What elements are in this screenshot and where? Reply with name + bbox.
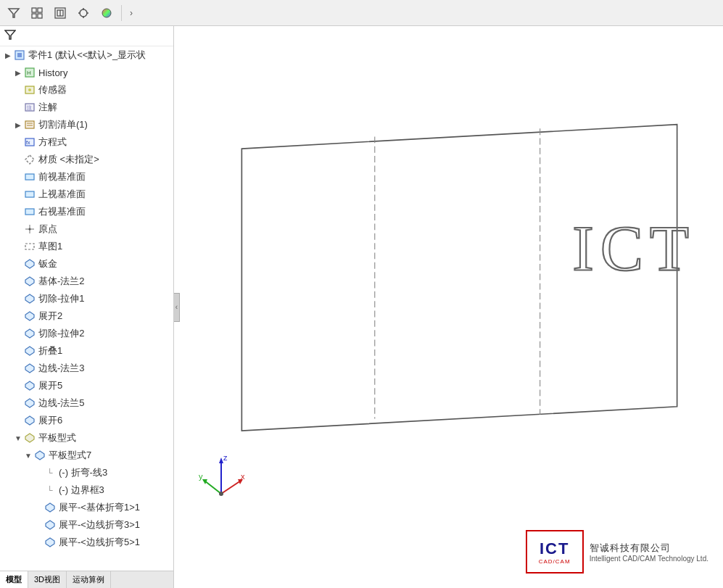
baseflange-label: 基体-法兰2 <box>38 275 85 288</box>
svg-point-63 <box>219 492 223 496</box>
svg-marker-0 <box>9 9 19 17</box>
svg-rect-34 <box>25 244 34 249</box>
tree-item-unfold6[interactable]: ▶ 展开6 <box>0 412 173 429</box>
svg-marker-44 <box>25 416 34 425</box>
svg-rect-4 <box>38 14 42 18</box>
tree-item-flat5[interactable]: ▶ 展平-<边线折弯5>1 <box>0 534 173 551</box>
flatpattern-expand-icon: ▼ <box>13 433 23 443</box>
tree-item-equations[interactable]: ▶ fx 方程式 <box>0 133 173 151</box>
front-plane-label: 前视基准面 <box>38 170 86 183</box>
tree-item-sketch1[interactable]: ▶ 草图1 <box>0 238 173 255</box>
flatpattern-node-icon <box>23 431 36 444</box>
grid-toolbar-btn[interactable] <box>26 3 48 23</box>
tab-model[interactable]: 模型 <box>0 571 28 588</box>
tree-item-fold1[interactable]: ▶ 折叠1 <box>0 342 173 360</box>
edgeflange5-label: 边线-法兰5 <box>38 397 85 410</box>
cutextrude2-node-icon <box>23 327 36 340</box>
filter-icon[interactable] <box>4 29 16 43</box>
tree-item-edgeflange3[interactable]: ▶ 边线-法兰3 <box>0 360 173 377</box>
sensors-node-icon <box>23 83 36 96</box>
annotations-node-icon: 注 <box>23 101 36 114</box>
flat3-label: 展平-<边线折弯3>1 <box>59 518 140 531</box>
svg-line-60 <box>204 481 221 494</box>
tree-item-right-plane[interactable]: ▶ 右视基准面 <box>0 203 173 220</box>
sheetmetal-node-icon <box>23 257 36 270</box>
root-item-label: 零件1 (默认<<默认>_显示状 <box>28 49 146 62</box>
tree-item-baseflange[interactable]: ▶ 基体-法兰2 <box>0 273 173 290</box>
tree-item-bendline3[interactable]: ▶ └ (-) 折弯-线3 <box>0 464 173 481</box>
tree-item-edgeflange5[interactable]: ▶ 边线-法兰5 <box>0 394 173 412</box>
tree-item-cutlist[interactable]: ▶ 切割清单(1) <box>0 116 173 133</box>
tree-root-item[interactable]: ▶ 零件1 (默认<<默认>_显示状 <box>0 46 173 64</box>
ict-logo-text: ICT <box>540 539 569 558</box>
tree-item-flat3[interactable]: ▶ 展平-<边线折弯3>1 <box>0 516 173 534</box>
tree-item-annotations[interactable]: ▶ 注 注解 <box>0 99 173 116</box>
collapse-handle[interactable]: ‹ <box>174 293 180 322</box>
tree-item-unfold5[interactable]: ▶ 展开5 <box>0 377 173 394</box>
svg-marker-14 <box>5 30 15 39</box>
drawing-area: ICT <box>218 48 701 515</box>
svg-marker-49 <box>46 538 54 547</box>
flatpattern-label: 平板型式 <box>38 431 76 444</box>
unfold6-node-icon <box>23 414 36 427</box>
equations-label: 方程式 <box>38 136 67 149</box>
sidebar-tabs: 模型 3D视图 运动算例 <box>0 571 173 588</box>
baseflange-node-icon <box>23 275 36 288</box>
svg-point-8 <box>80 9 87 17</box>
tree-item-top-plane[interactable]: ▶ 上视基准面 <box>0 186 173 203</box>
svg-marker-41 <box>25 364 34 373</box>
origin-label: 原点 <box>38 223 57 236</box>
tree-item-flatpattern7[interactable]: ▼ 平板型式7 <box>0 447 173 464</box>
root-expand-icon: ▶ <box>3 50 13 60</box>
cutlist-expand-icon: ▶ <box>13 120 23 130</box>
tree-item-origin[interactable]: ▶ 原点 <box>0 220 173 238</box>
color-toolbar-btn[interactable] <box>96 3 117 23</box>
history-label: History <box>38 67 67 78</box>
viewport[interactable]: ‹ ICT z <box>174 26 723 588</box>
main-area: ▶ 零件1 (默认<<默认>_显示状 ▶ H <box>0 26 723 588</box>
tree-item-cutextrude1[interactable]: ▶ 切除-拉伸1 <box>0 290 173 307</box>
cutlist-label: 切割清单(1) <box>38 118 88 131</box>
svg-marker-37 <box>25 294 34 303</box>
tree-item-flat1[interactable]: ▶ 展平-<基体折弯1>1 <box>0 499 173 516</box>
svg-text:y: y <box>199 472 203 481</box>
collapse-toolbar-btn[interactable] <box>49 3 71 23</box>
svg-marker-48 <box>46 521 54 529</box>
svg-rect-1 <box>32 8 36 12</box>
tree-item-sensors[interactable]: ▶ 传感器 <box>0 81 173 99</box>
svg-rect-30 <box>25 209 34 215</box>
tree-item-unfold2[interactable]: ▶ 展开2 <box>0 307 173 325</box>
svg-marker-42 <box>25 381 34 390</box>
right-plane-node-icon <box>23 205 36 218</box>
tree-item-sheetmetal[interactable]: ▶ 钣金 <box>0 255 173 273</box>
flat5-label: 展平-<边线折弯5>1 <box>59 536 140 549</box>
toolbar-more[interactable]: › <box>125 3 137 23</box>
tab-motion[interactable]: 运动算例 <box>67 571 111 588</box>
svg-marker-36 <box>25 277 34 286</box>
ict-logo-sub: CAD/CAM <box>539 558 571 565</box>
svg-point-13 <box>102 9 111 17</box>
toolbar: › <box>0 0 723 26</box>
tree-item-history[interactable]: ▶ H History <box>0 64 173 81</box>
tree-item-flatpattern[interactable]: ▼ 平板型式 <box>0 429 173 447</box>
flat5-node-icon <box>44 536 57 549</box>
border3-node-icon: └ <box>44 484 57 497</box>
tree-item-border3[interactable]: ▶ └ (-) 边界框3 <box>0 481 173 499</box>
root-node-icon <box>13 49 26 62</box>
svg-marker-35 <box>25 260 34 268</box>
filter-toolbar-btn[interactable] <box>3 3 25 23</box>
watermark-company-cn: 智诚科技有限公司 <box>590 542 708 555</box>
tree-item-cutextrude2[interactable]: ▶ 切除-拉伸2 <box>0 325 173 342</box>
svg-rect-16 <box>17 53 22 57</box>
watermark-text: 智诚科技有限公司 Intelligent CAD/CAM Technology … <box>590 542 708 563</box>
tree-item-material[interactable]: ▶ 材质 <未指定> <box>0 151 173 168</box>
tree-item-front-plane[interactable]: ▶ 前视基准面 <box>0 168 173 186</box>
bendline3-label: (-) 折弯-线3 <box>59 466 107 479</box>
watermark: ICT CAD/CAM 智诚科技有限公司 Intelligent CAD/CAM… <box>526 530 708 573</box>
fold1-node-icon <box>23 344 36 357</box>
svg-text:注: 注 <box>27 105 32 110</box>
tab-3dview[interactable]: 3D视图 <box>28 571 67 588</box>
svg-marker-45 <box>25 434 34 442</box>
snap-toolbar-btn[interactable] <box>73 3 94 23</box>
unfold6-label: 展开6 <box>38 414 62 427</box>
